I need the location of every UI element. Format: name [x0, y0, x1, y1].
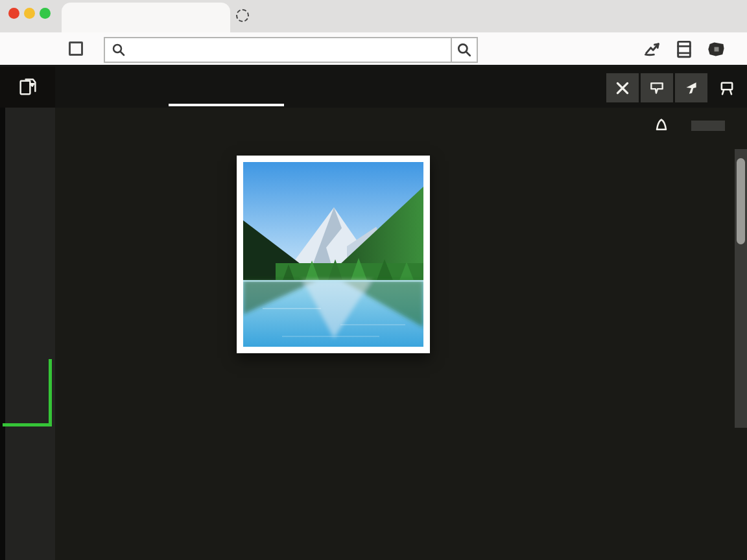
search-icon [112, 43, 126, 57]
editor-content [55, 108, 747, 560]
scrollbar-thumb[interactable] [737, 158, 745, 244]
run-button[interactable] [691, 121, 725, 131]
browser-tabstrip [0, 0, 747, 32]
cursor-button[interactable] [675, 73, 707, 102]
search-icon [456, 42, 472, 58]
tool-selection-highlight [3, 359, 52, 426]
pages-icon [17, 76, 39, 99]
close-button[interactable] [606, 73, 639, 102]
active-tab-underline [169, 104, 284, 106]
easel-icon [718, 79, 736, 97]
extensions-icon[interactable] [707, 40, 726, 59]
traffic-light-close[interactable] [8, 8, 19, 19]
easel-button[interactable] [712, 73, 741, 102]
traffic-light-minimize[interactable] [24, 8, 35, 19]
trend-icon[interactable] [643, 40, 661, 58]
search-button[interactable] [452, 37, 478, 63]
editor-header [0, 67, 747, 108]
mountain-lake-photo [243, 162, 423, 347]
pages-button[interactable] [0, 67, 55, 108]
address-bar[interactable] [104, 37, 452, 63]
new-tab-icon[interactable] [236, 9, 249, 22]
browser-actions [643, 38, 741, 61]
bell-icon[interactable] [652, 117, 670, 135]
close-icon [614, 80, 631, 97]
tool-sidebar [0, 108, 55, 560]
cursor-icon [683, 80, 700, 97]
editor-toolbar-buttons [606, 73, 707, 102]
photo-card[interactable] [237, 156, 430, 353]
scrollbar-track[interactable] [735, 149, 747, 428]
traffic-light-maximize[interactable] [40, 8, 51, 19]
stop-button[interactable] [69, 41, 83, 56]
flag-button[interactable] [641, 73, 673, 102]
reading-list-icon[interactable] [676, 40, 693, 58]
browser-navbar [0, 32, 747, 67]
content-header-actions [652, 117, 735, 135]
browser-tab[interactable] [62, 3, 230, 32]
flag-icon [648, 80, 665, 97]
